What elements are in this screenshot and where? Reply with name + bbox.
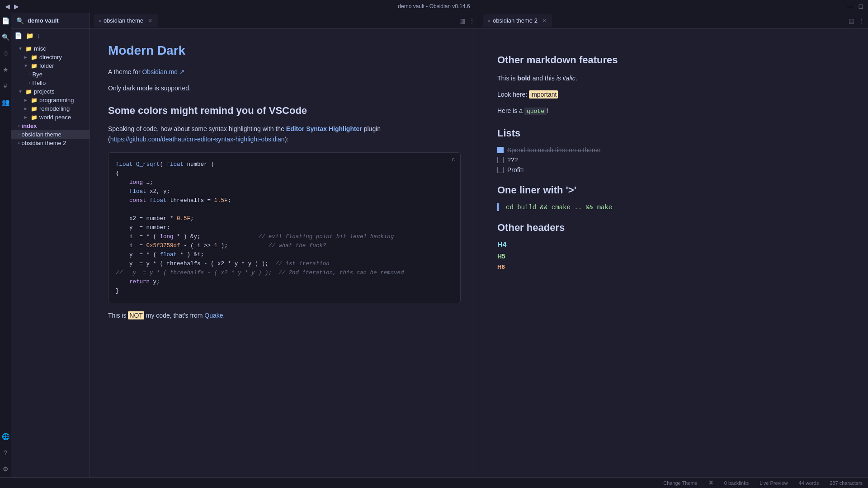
file-icon-obsidian-theme: ▫ <box>18 132 20 137</box>
file-explorer: 🔍 demo vault 📄 📁 ↕ ▼ 📁 misc ► 📁 director… <box>11 13 90 477</box>
folder-programming[interactable]: ► 📁 programming <box>11 96 90 104</box>
right-h6: H6 <box>497 263 850 270</box>
file-bye[interactable]: ▫ Bye <box>11 70 90 79</box>
code-line-12: y = y * ( threehalfs - ( x2 * y * y ) );… <box>116 259 453 268</box>
left-intro-p1: A theme for Obsidian.md ↗ <box>108 67 461 78</box>
explorer-search-icon[interactable]: 🔍 <box>16 17 24 24</box>
titlebar-nav: ◀ ▶ <box>4 3 20 10</box>
backlinks-count[interactable]: 0 backlinks <box>724 480 749 486</box>
code-line-14: return y; <box>116 277 453 286</box>
plugin-url-link[interactable]: https://github.com/deathau/cm-editor-syn… <box>110 136 285 143</box>
folder-misc-label: misc <box>34 45 46 52</box>
remote-icon[interactable]: 🌐 <box>1 432 10 441</box>
left-tab-close[interactable]: ✕ <box>148 18 152 24</box>
important-mark: important <box>529 90 558 99</box>
sort-button[interactable]: ↕ <box>37 32 40 39</box>
back-button[interactable]: ◀ <box>4 3 11 10</box>
files-icon[interactable]: 📄 <box>1 16 10 25</box>
window-controls: — □ <box>846 3 864 10</box>
folder-projects[interactable]: ▼ 📁 projects <box>11 87 90 96</box>
folder-misc[interactable]: ▼ 📁 misc <box>11 44 90 53</box>
code-line-13: // y = y * ( threehalfs - ( x2 * y * y )… <box>116 268 453 277</box>
code-line-4: float x2, y; <box>116 187 453 196</box>
folder-directory[interactable]: ► 📁 directory <box>11 53 90 61</box>
community-icon[interactable]: 👥 <box>1 98 10 107</box>
file-index[interactable]: ▫ index <box>11 122 90 130</box>
minimize-button[interactable]: — <box>846 3 854 10</box>
folder-remodelling[interactable]: ► 📁 remodelling <box>11 104 90 113</box>
live-preview-toggle[interactable]: Live Preview <box>760 480 788 486</box>
expand-arrow-misc: ▼ <box>18 46 24 51</box>
expand-arrow-programming: ► <box>24 98 29 103</box>
folder-icon-programming: 📁 <box>31 97 38 103</box>
expand-arrow-remodelling: ► <box>24 106 29 111</box>
folder-world-peace-label: world peace <box>39 114 71 121</box>
checklist: Spend too much time on a theme ??? Profi… <box>497 146 850 174</box>
right-h2-lists: Lists <box>497 127 850 139</box>
expand-arrow-folder: ▼ <box>24 63 29 68</box>
new-file-button[interactable]: 📄 <box>14 32 22 39</box>
code-line-6 <box>116 205 453 214</box>
right-split-icon[interactable]: ▦ <box>849 17 854 24</box>
right-pane-controls: ▦ ⋮ <box>849 17 864 24</box>
expand-arrow-directory: ► <box>24 55 29 60</box>
help-icon[interactable]: ? <box>1 448 10 457</box>
right-tab[interactable]: ▫ obsidian theme 2 ✕ <box>483 14 552 27</box>
settings-icon[interactable]: ⚙ <box>1 465 10 474</box>
quake-link[interactable]: Quake <box>204 312 223 319</box>
not-my-code-p: This is NOT my code, that's from Quake. <box>108 310 461 321</box>
checkbox-1[interactable] <box>497 147 504 153</box>
code-line-7: x2 = number * 0.5F; <box>116 214 453 223</box>
not-mark: NOT <box>128 311 144 319</box>
folder-icon-misc: 📁 <box>25 46 32 52</box>
folder-icon-world-peace: 📁 <box>31 114 38 121</box>
file-obsidian-theme[interactable]: ▫ obsidian theme <box>11 130 90 139</box>
file-obsidian-theme-label: obsidian theme <box>22 131 61 138</box>
left-h1: Modern Dark <box>108 43 461 58</box>
graph-icon[interactable]: ☃ <box>1 49 10 58</box>
maximize-button[interactable]: □ <box>857 3 864 10</box>
new-folder-button[interactable]: 📁 <box>26 32 33 39</box>
word-count: 44 words <box>799 480 819 486</box>
blockquote: cd build && cmake .. && make <box>497 203 850 211</box>
right-h2-other: Other markdown features <box>497 54 850 66</box>
left-tab[interactable]: ▫ obsidian theme ✕ <box>94 14 158 27</box>
list-item-2-text: ??? <box>507 156 518 164</box>
folder-folder[interactable]: ▼ 📁 folder <box>11 61 90 70</box>
editor-syntax-link[interactable]: Editor Syntax Highlighter <box>286 125 362 132</box>
file-bye-label: Bye <box>33 71 42 78</box>
bookmark-icon[interactable]: ★ <box>1 65 10 74</box>
right-line3: Here is a quote! <box>497 106 850 117</box>
folder-projects-label: projects <box>34 88 55 95</box>
left-pane-content: Modern Dark A theme for Obsidian.md ↗ On… <box>90 29 479 477</box>
checkbox-2[interactable] <box>497 157 504 163</box>
file-icon-bye: ▫ <box>29 72 31 77</box>
left-pane-controls: ▦ ⋮ <box>459 17 475 24</box>
forward-button[interactable]: ▶ <box>13 3 20 10</box>
checkbox-3[interactable] <box>497 167 504 173</box>
left-split-icon[interactable]: ▦ <box>459 17 465 24</box>
tag-icon[interactable]: # <box>1 81 10 90</box>
folder-icon-remodelling: 📁 <box>31 106 38 112</box>
left-tab-bar: ▫ obsidian theme ✕ ▦ ⋮ <box>90 13 479 29</box>
file-hello[interactable]: ▫ Hello <box>11 79 90 87</box>
left-tab-label: obsidian theme <box>104 17 143 24</box>
right-tab-close[interactable]: ✕ <box>542 18 547 24</box>
search-rail-icon[interactable]: 🔍 <box>1 33 10 42</box>
file-icon-obsidian-theme-2: ▫ <box>18 141 20 145</box>
file-hello-label: Hello <box>33 80 46 86</box>
file-obsidian-theme-2[interactable]: ▫ obsidian theme 2 <box>11 139 90 147</box>
folder-icon-projects: 📁 <box>25 89 32 95</box>
obsidian-md-link[interactable]: Obsidian.md ↗ <box>142 68 184 75</box>
code-lang-label: C <box>452 156 455 164</box>
bold-text: bold <box>517 75 531 82</box>
right-h2-headers: Other headers <box>497 222 850 234</box>
change-theme-button[interactable]: Change Theme <box>663 480 698 486</box>
quote-code: quote <box>524 108 547 115</box>
right-h5: H5 <box>497 253 850 260</box>
folder-world-peace[interactable]: ► 📁 world peace <box>11 113 90 122</box>
expand-arrow-projects: ▼ <box>18 89 24 94</box>
right-more-icon[interactable]: ⋮ <box>858 17 864 24</box>
right-line2: Look here: important <box>497 89 850 100</box>
left-more-icon[interactable]: ⋮ <box>469 17 475 24</box>
